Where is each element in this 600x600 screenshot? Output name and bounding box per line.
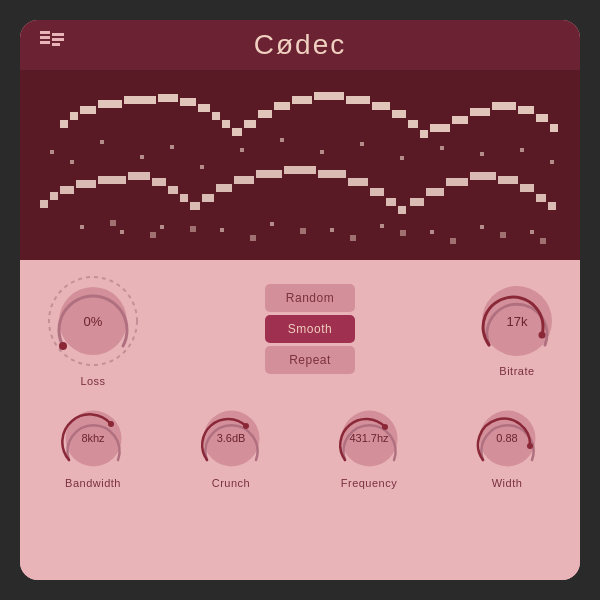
svg-point-105	[243, 423, 249, 429]
svg-rect-33	[550, 124, 558, 132]
svg-rect-64	[100, 140, 104, 144]
svg-point-109	[527, 443, 533, 449]
svg-rect-37	[76, 180, 96, 188]
svg-rect-48	[284, 166, 316, 174]
frequency-knob-group[interactable]: 431.7hz Frequency	[314, 403, 424, 489]
svg-rect-34	[40, 200, 48, 208]
top-row: 0% Loss Random Smooth Repeat	[38, 274, 562, 384]
svg-rect-6	[60, 120, 68, 128]
bitrate-label: Bitrate	[499, 365, 534, 377]
svg-rect-13	[198, 104, 210, 112]
svg-rect-66	[170, 145, 174, 149]
bandwidth-label: Bandwidth	[65, 477, 121, 489]
svg-rect-4	[52, 38, 64, 41]
crunch-knob-group[interactable]: 3.6dB Crunch	[176, 403, 286, 489]
crunch-label: Crunch	[212, 477, 250, 489]
svg-rect-42	[180, 194, 188, 202]
svg-rect-22	[346, 96, 370, 104]
svg-rect-14	[212, 112, 220, 120]
svg-rect-23	[372, 102, 390, 110]
svg-rect-45	[216, 184, 232, 192]
svg-rect-3	[52, 33, 64, 36]
svg-rect-51	[370, 188, 384, 196]
svg-rect-11	[158, 94, 178, 102]
svg-rect-88	[150, 232, 156, 238]
svg-rect-76	[550, 160, 554, 164]
svg-rect-57	[470, 172, 496, 180]
svg-rect-92	[350, 235, 356, 241]
svg-rect-65	[140, 155, 144, 159]
frequency-label: Frequency	[341, 477, 397, 489]
loss-knob-group[interactable]: 0% Loss	[38, 271, 148, 387]
svg-rect-95	[500, 232, 506, 238]
width-label: Width	[492, 477, 523, 489]
svg-rect-9	[98, 100, 122, 108]
svg-rect-44	[202, 194, 214, 202]
svg-rect-68	[240, 148, 244, 152]
svg-rect-28	[452, 116, 468, 124]
svg-rect-69	[280, 138, 284, 142]
svg-rect-24	[392, 110, 406, 118]
bandwidth-knob[interactable]: 8khz	[58, 403, 128, 473]
crunch-knob[interactable]: 3.6dB	[196, 403, 266, 473]
svg-rect-89	[190, 226, 196, 232]
bitrate-knob-group[interactable]: 17k Bitrate	[472, 281, 562, 377]
svg-rect-61	[548, 202, 556, 210]
frequency-knob[interactable]: 431.7hz	[334, 403, 404, 473]
svg-rect-0	[40, 31, 50, 34]
svg-rect-53	[398, 206, 406, 214]
svg-rect-38	[98, 176, 126, 184]
svg-rect-87	[110, 220, 116, 226]
svg-rect-60	[536, 194, 546, 202]
svg-rect-80	[220, 228, 224, 232]
width-knob-group[interactable]: 0.88 Width	[452, 403, 562, 489]
svg-rect-7	[70, 112, 78, 120]
svg-rect-63	[70, 160, 74, 164]
svg-rect-86	[530, 230, 534, 234]
svg-rect-85	[480, 225, 484, 229]
svg-rect-54	[410, 198, 424, 206]
svg-rect-5	[52, 43, 60, 46]
logo	[38, 29, 66, 61]
svg-rect-56	[446, 178, 468, 186]
svg-rect-55	[426, 188, 444, 196]
svg-rect-29	[470, 108, 490, 116]
svg-point-99	[59, 342, 67, 350]
svg-rect-26	[420, 130, 428, 138]
repeat-button[interactable]: Repeat	[265, 346, 355, 374]
svg-rect-31	[518, 106, 534, 114]
svg-rect-39	[128, 172, 150, 180]
bitrate-knob[interactable]: 17k	[472, 281, 562, 361]
svg-rect-58	[498, 176, 518, 184]
svg-rect-27	[430, 124, 450, 132]
svg-rect-75	[520, 148, 524, 152]
svg-rect-83	[380, 224, 384, 228]
svg-point-103	[108, 421, 114, 427]
svg-point-101	[539, 332, 546, 339]
svg-rect-20	[292, 96, 312, 104]
smooth-button[interactable]: Smooth	[265, 315, 355, 343]
bandwidth-knob-group[interactable]: 8khz Bandwidth	[38, 403, 148, 489]
svg-rect-73	[440, 146, 444, 150]
svg-rect-91	[300, 228, 306, 234]
svg-rect-72	[400, 156, 404, 160]
svg-rect-10	[124, 96, 156, 104]
svg-rect-67	[200, 165, 204, 169]
svg-rect-41	[168, 186, 178, 194]
svg-rect-18	[258, 110, 272, 118]
svg-rect-82	[330, 228, 334, 232]
svg-rect-16	[232, 128, 242, 136]
svg-rect-94	[450, 238, 456, 244]
loss-knob[interactable]: 0%	[38, 271, 148, 371]
plugin-title: Cødec	[254, 29, 346, 61]
svg-rect-81	[270, 222, 274, 226]
svg-rect-32	[536, 114, 548, 122]
loss-label: Loss	[80, 375, 105, 387]
width-knob[interactable]: 0.88	[472, 403, 542, 473]
svg-rect-59	[520, 184, 534, 192]
svg-rect-84	[430, 230, 434, 234]
svg-rect-50	[348, 178, 368, 186]
random-button[interactable]: Random	[265, 284, 355, 312]
svg-rect-90	[250, 235, 256, 241]
header: Cødec	[20, 20, 580, 70]
